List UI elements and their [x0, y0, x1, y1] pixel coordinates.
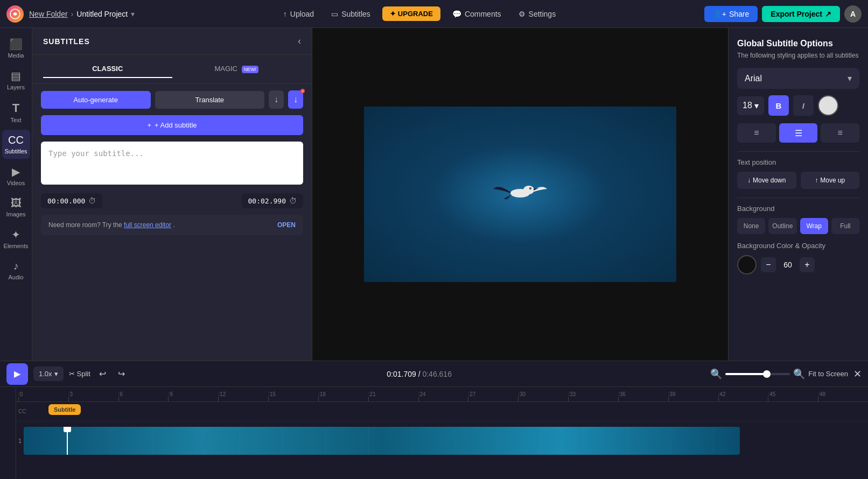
move-down-button[interactable]: ↓ Move down	[737, 172, 796, 189]
sidebar-label-images: Images	[6, 211, 25, 217]
opacity-control: − 60 +	[761, 257, 859, 272]
subtitles-label: Subtitles	[341, 10, 370, 18]
fit-to-screen-button[interactable]: Fit to Screen	[808, 370, 848, 378]
divider-1	[737, 151, 859, 152]
comments-button[interactable]: 💬 Comments	[447, 6, 507, 22]
sidebar-item-elements[interactable]: ✦ Elements	[2, 224, 30, 253]
video-filmstrip[interactable]	[24, 427, 740, 455]
subtitle-entry	[41, 142, 303, 187]
redo-button[interactable]: ↪	[115, 367, 128, 381]
avatar[interactable]: A	[844, 5, 862, 23]
timeline-ruler: :0 :3 :6 :9 :12 :15 :18	[16, 387, 868, 402]
upgrade-button[interactable]: ✦ UPGRADE	[382, 6, 440, 21]
font-name: Arial	[745, 74, 762, 83]
sidebar-item-audio[interactable]: ♪ Audio	[2, 256, 30, 285]
align-left-button[interactable]: ≡	[737, 123, 776, 143]
bg-none-button[interactable]: None	[737, 218, 765, 234]
align-right-button[interactable]: ≡	[821, 123, 859, 143]
redo-icon: ↪	[118, 369, 125, 378]
close-timeline-button[interactable]: ✕	[853, 368, 862, 380]
hint-text: Need more room? Try the full screen edit…	[48, 221, 175, 229]
bg-outline-button[interactable]: Outline	[768, 218, 796, 234]
total-time: 0:46.616	[422, 370, 452, 378]
start-time-value: 00:00.000	[47, 197, 85, 205]
text-position-label: Text position	[737, 158, 859, 166]
ruler-mark-8: :24	[418, 391, 468, 401]
zoom-slider-thumb[interactable]	[763, 370, 771, 378]
subtitle-chip-wrapper: Subtitle	[48, 404, 81, 415]
bg-color-swatch[interactable]	[737, 255, 757, 274]
share-label: Share	[729, 10, 749, 18]
background-label: Background	[737, 205, 859, 213]
sidebar-item-text[interactable]: T Text	[2, 97, 30, 128]
zoom-in-button[interactable]: 🔍	[793, 368, 805, 380]
topbar: New Folder › Untitled Project ▾ ↑ Upload…	[0, 0, 868, 28]
bold-icon: B	[775, 101, 781, 110]
translate-button[interactable]: Translate	[155, 91, 265, 109]
zoom-out-button[interactable]: 🔍	[710, 368, 722, 380]
split-button[interactable]: ✂ Split	[69, 370, 90, 378]
sidebar-item-images[interactable]: 🖼 Images	[2, 193, 30, 222]
auto-generate-button[interactable]: Auto-generate	[41, 91, 151, 109]
ruler-mark-5: :15	[268, 391, 318, 401]
text-color-picker[interactable]	[818, 95, 838, 116]
subtitles-button[interactable]: ▭ Subtitles	[326, 6, 376, 22]
opacity-increase-button[interactable]: +	[800, 257, 815, 272]
playhead[interactable]	[67, 427, 68, 455]
opacity-decrease-button[interactable]: −	[761, 257, 776, 272]
play-button[interactable]: ▶	[6, 363, 28, 385]
undo-button[interactable]: ↩	[96, 367, 109, 381]
zoom-slider[interactable]	[725, 373, 790, 375]
sidebar-item-subtitles[interactable]: CC Subtitles	[2, 130, 30, 159]
playhead-handle	[64, 427, 71, 432]
download-subtitle-button[interactable]: ↓	[269, 90, 284, 109]
sidebar-item-layers[interactable]: ▤ Layers	[2, 65, 30, 95]
font-selector[interactable]: Arial ▾	[737, 68, 859, 89]
fullscreen-editor-link[interactable]: full screen editor	[124, 221, 171, 229]
speed-button[interactable]: 1.0x ▾	[33, 367, 64, 381]
move-up-button[interactable]: ↑ Move up	[801, 172, 860, 189]
subtitle-chip[interactable]: Subtitle	[48, 404, 81, 415]
video-area	[312, 28, 728, 361]
tab-magic[interactable]: MAGIC NEW!	[172, 60, 302, 78]
sidebar-item-videos[interactable]: ▶ Videos	[2, 161, 30, 191]
ruler-mark-12: :36	[618, 391, 668, 401]
subtitle-textarea[interactable]	[41, 142, 303, 185]
italic-button[interactable]: I	[793, 95, 814, 116]
add-subtitle-button[interactable]: + + Add subtitle	[41, 115, 303, 135]
timeline-controls: ▶ 1.0x ▾ ✂ Split ↩ ↪ 0:01.709 / 0:46.616…	[0, 361, 868, 387]
align-center-button[interactable]: ☰	[779, 123, 818, 143]
ruler-mark-11: :33	[568, 391, 618, 401]
folder-link[interactable]: New Folder	[29, 10, 68, 18]
bg-full-button[interactable]: Full	[831, 218, 859, 234]
start-time-badge[interactable]: 00:00.000 ⏱	[41, 193, 102, 208]
videos-icon: ▶	[12, 165, 20, 178]
split-icon: ✂	[69, 370, 75, 378]
media-icon: ⬛	[9, 38, 23, 51]
topbar-right: 👤+ Share Export Project ↗ A	[704, 5, 862, 23]
panel-title: SUBTITLES	[43, 37, 90, 46]
settings-button[interactable]: ⚙ Settings	[513, 6, 562, 22]
panel-actions: Auto-generate Translate ↓ ↓ +	[32, 84, 312, 115]
ruler-mark-7: :21	[368, 391, 418, 401]
align-center-icon: ☰	[795, 128, 802, 138]
font-size-selector[interactable]: 18 ▾	[737, 96, 764, 115]
import-subtitle-button[interactable]: ↓ +	[288, 90, 303, 109]
bold-button[interactable]: B	[768, 95, 789, 116]
dropdown-chevron-icon[interactable]: ▾	[131, 10, 135, 18]
ruler-mark-6: :18	[318, 391, 368, 401]
tab-classic[interactable]: CLASSIC	[43, 60, 172, 78]
upload-button[interactable]: ↑ Upload	[278, 6, 319, 22]
sidebar-item-media[interactable]: ⬛ Media	[2, 33, 30, 63]
open-fullscreen-button[interactable]: OPEN	[277, 221, 296, 229]
play-icon: ▶	[14, 369, 20, 379]
topbar-center: ↑ Upload ▭ Subtitles ✦ UPGRADE 💬 Comment…	[140, 6, 699, 22]
bg-wrap-button[interactable]: Wrap	[800, 218, 828, 234]
panel-close-button[interactable]: ‹	[298, 36, 301, 47]
add-subtitle-plus-icon: +	[147, 121, 151, 129]
video-track-row: 1	[16, 421, 868, 460]
export-button[interactable]: Export Project ↗	[762, 6, 840, 22]
end-time-badge[interactable]: 00:02.990 ⏱	[242, 193, 303, 208]
share-button[interactable]: 👤+ Share	[704, 6, 758, 22]
cc-track-icon: CC	[18, 408, 26, 414]
